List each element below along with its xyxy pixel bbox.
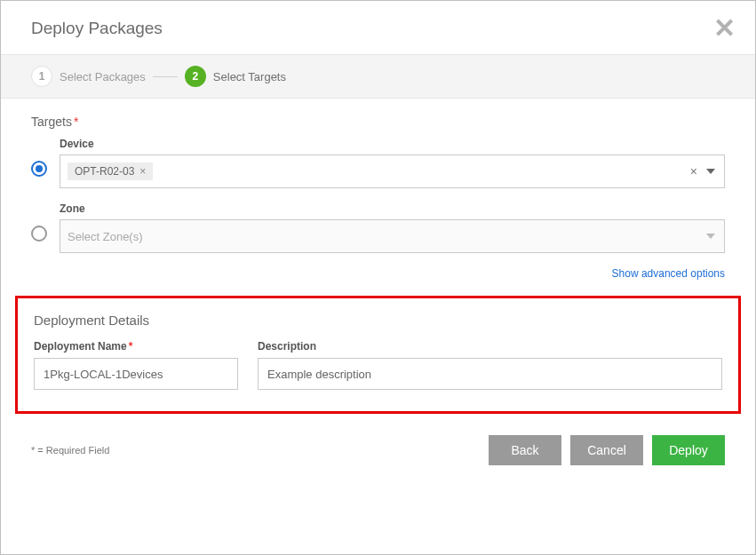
step-connector: [153, 76, 178, 77]
close-icon[interactable]: ✕: [713, 20, 736, 37]
deployment-name-label-text: Deployment Name: [34, 340, 127, 353]
device-chip-text: OPT-R02-03: [75, 165, 134, 178]
step-1-label[interactable]: Select Packages: [60, 70, 146, 83]
description-field: Description: [258, 340, 722, 390]
description-input[interactable]: [258, 358, 722, 390]
zone-placeholder: Select Zone(s): [68, 230, 143, 243]
step-2-number[interactable]: 2: [185, 66, 206, 87]
device-dropdown-icon[interactable]: [706, 169, 715, 174]
device-target-row: Device OPT-R02-03 × ×: [31, 138, 725, 188]
dialog-title: Deploy Packages: [31, 19, 163, 38]
zone-select[interactable]: Select Zone(s): [60, 219, 725, 253]
dialog-footer: * = Required Field Back Cancel Deploy: [1, 424, 755, 465]
deploy-button[interactable]: Deploy: [652, 435, 725, 465]
device-target-body: Device OPT-R02-03 × ×: [60, 138, 725, 188]
device-select[interactable]: OPT-R02-03 × ×: [60, 155, 725, 188]
deployment-details-heading: Deployment Details: [34, 313, 722, 328]
device-radio[interactable]: [31, 161, 47, 177]
required-star: *: [129, 340, 133, 353]
targets-section: Targets* Device OPT-R02-03 × ×: [1, 99, 755, 280]
zone-target-row: Zone Select Zone(s): [31, 202, 725, 253]
step-1-number[interactable]: 1: [31, 66, 52, 87]
targets-heading-text: Targets: [31, 115, 72, 129]
device-chip-remove-icon[interactable]: ×: [139, 165, 146, 178]
zone-radio[interactable]: [31, 226, 47, 242]
deployment-name-field: Deployment Name*: [34, 340, 238, 390]
device-label: Device: [60, 138, 725, 150]
advanced-options-link[interactable]: Show advanced options: [612, 267, 725, 280]
back-button[interactable]: Back: [489, 435, 561, 465]
deployment-name-input[interactable]: [34, 358, 238, 390]
required-field-note: * = Required Field: [31, 445, 109, 456]
device-clear-icon[interactable]: ×: [690, 164, 697, 178]
deploy-packages-dialog: Deploy Packages ✕ 1 Select Packages 2 Se…: [0, 0, 756, 555]
deployment-details-fields: Deployment Name* Description: [34, 340, 722, 390]
dialog-header: Deploy Packages ✕: [1, 1, 755, 54]
zone-select-controls: [706, 234, 715, 239]
deployment-name-label: Deployment Name*: [34, 340, 238, 353]
wizard-steps: 1 Select Packages 2 Select Targets: [1, 54, 755, 99]
advanced-options-row: Show advanced options: [31, 267, 725, 280]
device-chip: OPT-R02-03 ×: [68, 163, 153, 180]
zone-label: Zone: [60, 202, 725, 215]
cancel-button[interactable]: Cancel: [570, 435, 643, 465]
zone-dropdown-icon[interactable]: [706, 234, 715, 239]
description-label: Description: [258, 340, 722, 353]
targets-heading: Targets*: [31, 115, 725, 129]
zone-target-body: Zone Select Zone(s): [60, 202, 725, 253]
step-2-label[interactable]: Select Targets: [213, 70, 286, 83]
deployment-details-section: Deployment Details Deployment Name* Desc…: [15, 296, 741, 414]
footer-buttons: Back Cancel Deploy: [489, 435, 725, 465]
required-star: *: [74, 115, 78, 129]
radio-selected-icon: [36, 165, 43, 172]
device-select-controls: ×: [690, 164, 715, 178]
